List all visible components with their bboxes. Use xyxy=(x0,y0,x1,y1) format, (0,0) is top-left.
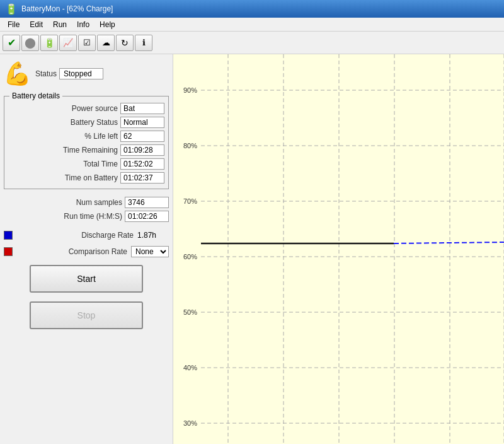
life-left-value: 62 xyxy=(120,131,164,142)
svg-text:60%: 60% xyxy=(183,253,197,260)
menu-info[interactable]: Info xyxy=(72,19,94,30)
battery-status-row: Battery Status Normal xyxy=(8,115,164,129)
toolbar-start-button[interactable]: ✔ xyxy=(3,35,20,51)
discharge-rate-value: 1.87h xyxy=(137,231,169,240)
title-bar: 🔋 BatteryMon - [62% Charge] xyxy=(0,0,504,18)
menu-edit[interactable]: Edit xyxy=(25,19,48,30)
time-remaining-label: Time Remaining xyxy=(8,146,118,155)
menu-run[interactable]: Run xyxy=(48,19,72,30)
power-source-value: Bat xyxy=(120,103,164,114)
app-icon: 🔋 xyxy=(5,3,18,15)
chart-area: 90% 80% 70% 60% 50% 40% 30% xyxy=(173,54,504,444)
num-samples-value: 3746 xyxy=(125,197,169,208)
battery-status-label: Battery Status xyxy=(8,118,118,127)
toolbar-battery-button[interactable]: 🔋 xyxy=(40,35,58,51)
group-title: Battery details xyxy=(9,91,62,100)
num-samples-row: Num samples 3746 xyxy=(4,196,169,209)
left-panel: 💪 Status Stopped Battery details Power s… xyxy=(0,54,173,444)
toolbar-refresh-button[interactable]: ↻ xyxy=(116,35,134,51)
run-time-row: Run time (H:M:S) 01:02:26 xyxy=(4,209,169,223)
time-on-battery-row: Time on Battery 01:02:37 xyxy=(8,171,164,185)
menu-bar: File Edit Run Info Help xyxy=(0,18,504,32)
svg-text:30%: 30% xyxy=(183,419,197,427)
status-row: 💪 Status Stopped xyxy=(4,58,169,90)
toolbar-info-button[interactable]: ℹ xyxy=(135,35,152,51)
start-button[interactable]: Start xyxy=(30,265,143,293)
status-label: Status xyxy=(35,69,57,78)
discharge-color-swatch xyxy=(4,231,13,240)
time-remaining-row: Time Remaining 01:09:28 xyxy=(8,143,164,157)
battery-status-value: Normal xyxy=(120,117,164,128)
stats-section: Num samples 3746 Run time (H:M:S) 01:02:… xyxy=(4,193,169,226)
battery-status-icon: 💪 xyxy=(4,61,30,87)
comparison-rate-row: Comparison Rate None 1h 2h 4h 8h xyxy=(4,245,169,259)
power-source-label: Power source xyxy=(8,104,118,113)
battery-details-group: Battery details Power source Bat Battery… xyxy=(4,96,169,189)
time-on-battery-label: Time on Battery xyxy=(8,173,118,182)
svg-text:50%: 50% xyxy=(183,308,197,316)
status-value: Stopped xyxy=(59,68,103,79)
num-samples-label: Num samples xyxy=(4,198,122,207)
title-text: BatteryMon - [62% Charge] xyxy=(21,4,113,13)
total-time-row: Total Time 01:52:02 xyxy=(8,157,164,171)
menu-file[interactable]: File xyxy=(3,19,25,30)
svg-text:70%: 70% xyxy=(183,197,197,205)
power-source-row: Power source Bat xyxy=(8,102,164,115)
run-time-label: Run time (H:M:S) xyxy=(4,212,122,221)
toolbar-cloud-button[interactable]: ☁ xyxy=(97,35,115,51)
run-time-value: 01:02:26 xyxy=(125,211,169,222)
chart-svg: 90% 80% 70% 60% 50% 40% 30% xyxy=(173,54,504,444)
discharge-rate-label: Discharge Rate xyxy=(16,231,134,240)
comparison-color-swatch xyxy=(4,247,13,256)
time-on-battery-value: 01:02:37 xyxy=(120,172,164,184)
toolbar-chart-button[interactable]: 📈 xyxy=(59,35,77,51)
time-remaining-value: 01:09:28 xyxy=(120,144,164,156)
total-time-value: 01:52:02 xyxy=(120,158,164,170)
svg-text:90%: 90% xyxy=(183,86,197,94)
life-left-row: % Life left 62 xyxy=(8,129,164,143)
svg-text:40%: 40% xyxy=(183,364,197,371)
main-content: 💪 Status Stopped Battery details Power s… xyxy=(0,54,504,444)
comparison-rate-select[interactable]: None 1h 2h 4h 8h xyxy=(131,246,169,257)
life-left-label: % Life left xyxy=(8,132,118,141)
toolbar: ✔ ⬤ 🔋 📈 ☑ ☁ ↻ ℹ xyxy=(0,32,504,54)
total-time-label: Total Time xyxy=(8,160,118,168)
toolbar-check-button[interactable]: ☑ xyxy=(78,35,96,51)
discharge-rate-row: Discharge Rate 1.87h xyxy=(4,230,169,241)
toolbar-stop-button[interactable]: ⬤ xyxy=(21,35,39,51)
stop-button[interactable]: Stop xyxy=(30,301,143,329)
svg-text:80%: 80% xyxy=(183,142,197,149)
comparison-rate-label: Comparison Rate xyxy=(16,247,127,256)
menu-help[interactable]: Help xyxy=(94,19,120,30)
status-group: Status Stopped xyxy=(35,68,103,79)
